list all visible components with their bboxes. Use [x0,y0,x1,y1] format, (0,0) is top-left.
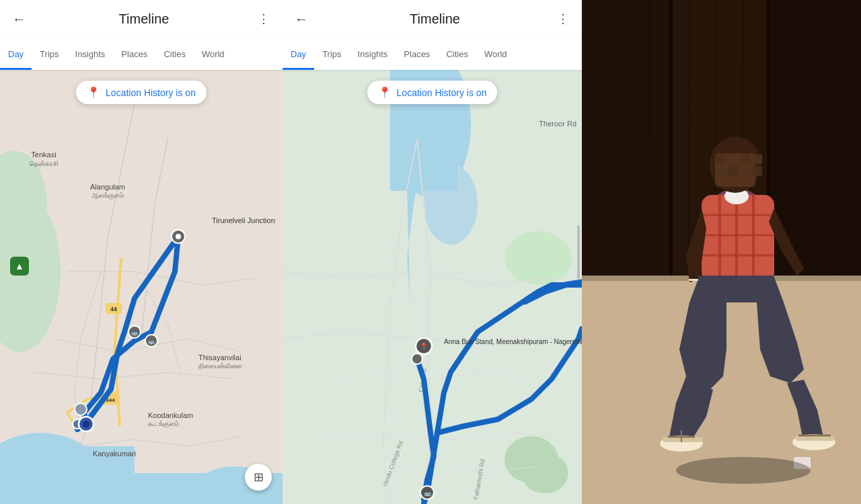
left-menu-button[interactable]: ⋮ [253,8,274,30]
left-back-button[interactable]: ← [8,8,30,30]
svg-point-48 [412,353,422,364]
left-map-panel: ← Timeline ⋮ Day Trips Insights Places C… [0,0,283,504]
left-tab-places[interactable]: Places [113,38,155,70]
svg-text:Kanyakumari: Kanyakumari [93,450,136,458]
center-tab-cities[interactable]: Cities [438,38,476,70]
svg-point-39 [521,453,568,493]
center-tab-trips[interactable]: Trips [314,38,349,70]
center-tab-insights[interactable]: Insights [350,38,396,70]
svg-point-29 [75,403,87,415]
svg-text:Tenkasi: Tenkasi [31,151,56,159]
center-tab-world[interactable]: World [476,38,515,70]
svg-rect-75 [753,155,762,164]
svg-text:▲: ▲ [15,261,24,271]
center-map: Cape Rd Hindu College Rd Fathamozhi Rd T… [283,70,582,504]
svg-rect-55 [669,0,673,282]
left-layers-button[interactable]: ⊞ [245,464,272,491]
svg-text:🚌: 🚌 [148,338,155,345]
left-map: 44 944 Tenkasi தென்காசி Alangulam ஆலங்கு… [0,70,283,504]
svg-rect-73 [728,155,738,164]
left-location-badge-text: Location History is on [106,87,196,98]
left-tab-trips[interactable]: Trips [32,38,67,70]
svg-text:44: 44 [110,306,117,312]
svg-point-32 [83,421,89,427]
svg-text:Tirunelveli Junction: Tirunelveli Junction [212,216,275,224]
center-back-button[interactable]: ← [291,8,312,30]
photo-panel [582,0,861,504]
svg-text:Thisayanvilai: Thisayanvilai [198,353,241,362]
svg-text:தென்காசி: தென்காசி [30,160,59,168]
svg-rect-77 [728,167,738,176]
svg-rect-72 [716,155,726,164]
svg-point-24 [176,234,181,239]
svg-rect-86 [686,279,689,281]
svg-text:Anna Bus Stand, Meenakshipuram: Anna Bus Stand, Meenakshipuram - Nagerco… [444,338,582,345]
center-location-badge-text: Location History is on [397,87,487,98]
svg-text:🚌: 🚌 [131,329,138,336]
svg-point-87 [676,457,811,484]
svg-text:📍: 📍 [420,342,428,351]
center-scrollbar[interactable] [577,225,580,279]
center-title: Timeline [317,11,552,27]
left-title: Timeline [35,11,253,27]
left-tab-cities[interactable]: Cities [155,38,194,70]
svg-text:திசையன்விளை: திசையன்விளை [198,362,242,370]
svg-rect-74 [741,155,750,164]
location-pin-icon: 📍 [87,86,100,99]
center-menu-button[interactable]: ⋮ [552,8,574,30]
svg-text:ஆலங்குளம்: ஆலங்குளம் [91,192,124,200]
left-tab-insights[interactable]: Insights [67,38,114,70]
svg-text:கூடங்குளம்: கூடங்குளம் [148,420,179,428]
svg-text:Alangulam: Alangulam [90,183,125,191]
left-tab-day[interactable]: Day [0,38,32,70]
svg-text:Koodankulam: Koodankulam [148,411,193,419]
svg-text:🚌: 🚌 [424,489,432,497]
left-tab-bar: Day Trips Insights Places Cities World [0,38,283,70]
left-tab-world[interactable]: World [194,38,233,70]
center-top-bar: ← Timeline ⋮ [283,0,582,38]
left-top-bar: ← Timeline ⋮ [0,0,283,38]
center-tab-day[interactable]: Day [283,38,314,70]
svg-rect-79 [753,167,762,176]
photo-svg [582,0,861,504]
svg-rect-78 [741,167,750,176]
left-location-badge[interactable]: 📍 Location History is on [76,81,207,104]
center-tab-places[interactable]: Places [396,38,438,70]
center-location-pin-icon: 📍 [378,86,391,99]
svg-rect-76 [716,167,726,176]
center-location-badge[interactable]: 📍 Location History is on [367,81,498,104]
center-map-panel: ← Timeline ⋮ Day Trips Insights Places C… [283,0,582,504]
svg-point-37 [504,231,572,285]
center-tab-bar: Day Trips Insights Places Cities World [283,38,582,70]
